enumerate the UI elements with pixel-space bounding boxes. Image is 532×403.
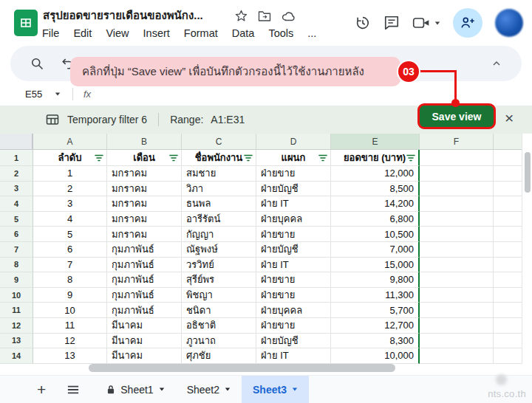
row-header-9[interactable]: 9 bbox=[0, 272, 33, 288]
row-header-1[interactable]: 1 bbox=[0, 150, 33, 166]
cell-C1[interactable]: ชื่อพนักงาน bbox=[182, 150, 256, 166]
column-header-E[interactable]: E bbox=[331, 134, 420, 150]
cell-A3[interactable]: 2 bbox=[33, 182, 107, 197]
cell-B12[interactable]: มีนาคม bbox=[107, 318, 182, 334]
cell-F6[interactable] bbox=[420, 227, 494, 242]
meet-camera-group[interactable] bbox=[412, 16, 440, 30]
column-header-B[interactable]: B bbox=[107, 134, 182, 150]
cell-F3[interactable] bbox=[420, 182, 494, 197]
cell-C2[interactable]: สมชาย bbox=[182, 166, 256, 182]
cell-F1[interactable] bbox=[420, 150, 494, 166]
cell-D7[interactable]: ฝ่ายบัญชี bbox=[256, 242, 331, 258]
menu-edit[interactable]: Edit bbox=[73, 27, 92, 39]
horizontal-scrollbar-thumb[interactable] bbox=[89, 364, 395, 372]
cell-E3[interactable]: 8,500 bbox=[331, 182, 420, 197]
vertical-scrollbar[interactable] bbox=[522, 134, 532, 364]
cell-B14[interactable]: มีนาคม bbox=[107, 348, 182, 364]
cell-C6[interactable]: กัญญา bbox=[182, 227, 256, 242]
cell-F8[interactable] bbox=[420, 258, 494, 273]
select-all-corner[interactable] bbox=[0, 134, 33, 150]
document-title[interactable]: สรุปยอดขายรายเดือนของพนักง... bbox=[43, 7, 203, 24]
cell-D12[interactable]: ฝ่ายขาย bbox=[256, 318, 331, 334]
filter-funnel-icon[interactable] bbox=[318, 154, 327, 162]
cell-C14[interactable]: ศุภชัย bbox=[182, 348, 256, 364]
sheet-tab-sheet2[interactable]: Sheet2 bbox=[176, 376, 242, 403]
move-folder-icon[interactable] bbox=[258, 10, 271, 22]
add-sheet-button[interactable]: + bbox=[37, 382, 46, 397]
sheet-tab-sheet1[interactable]: Sheet1 bbox=[95, 376, 175, 403]
row-header-6[interactable]: 6 bbox=[0, 227, 33, 242]
cell-partial[interactable] bbox=[494, 196, 522, 212]
cell-B13[interactable]: มีนาคม bbox=[107, 334, 182, 349]
cell-D2[interactable]: ฝ่ายขาย bbox=[256, 166, 331, 182]
cell-partial[interactable] bbox=[494, 242, 522, 258]
cell-D13[interactable]: ฝ่ายบัญชี bbox=[256, 334, 331, 349]
cell-B1[interactable]: เดือน bbox=[107, 150, 182, 166]
menu-format[interactable]: Format bbox=[184, 27, 218, 39]
menu-data[interactable]: Data bbox=[232, 27, 255, 39]
cell-D4[interactable]: ฝ่าย IT bbox=[256, 196, 331, 212]
cell-A12[interactable]: 11 bbox=[33, 318, 107, 334]
menu-insert[interactable]: Insert bbox=[143, 27, 170, 39]
menu-view[interactable]: View bbox=[106, 27, 129, 39]
cell-B3[interactable]: มกราคม bbox=[107, 182, 182, 197]
cell-B5[interactable]: มกราคม bbox=[107, 212, 182, 227]
filter-funnel-icon[interactable] bbox=[95, 154, 103, 162]
cell-partial[interactable] bbox=[494, 272, 522, 288]
cell-D6[interactable]: ฝ่ายขาย bbox=[256, 227, 331, 242]
filter-funnel-icon[interactable] bbox=[244, 154, 253, 162]
cell-F2[interactable] bbox=[420, 166, 494, 182]
row-header-8[interactable]: 8 bbox=[0, 258, 33, 273]
cell-C7[interactable]: ณัฐพงษ์ bbox=[182, 242, 256, 258]
cloud-status-icon[interactable] bbox=[282, 10, 296, 21]
cell-E4[interactable]: 14,200 bbox=[331, 196, 420, 212]
column-header-A[interactable]: A bbox=[33, 134, 107, 150]
row-header-14[interactable]: 14 bbox=[0, 348, 33, 364]
cell-B6[interactable]: มกราคม bbox=[107, 227, 182, 242]
cell-E7[interactable]: 7,000 bbox=[331, 242, 420, 258]
row-header-7[interactable]: 7 bbox=[0, 242, 33, 258]
cell-A4[interactable]: 3 bbox=[33, 196, 107, 212]
share-button[interactable] bbox=[453, 8, 482, 38]
history-icon[interactable] bbox=[355, 15, 371, 31]
cell-B9[interactable]: กุมภาพันธ์ bbox=[107, 272, 182, 288]
cell-partial[interactable] bbox=[494, 182, 522, 197]
cell-D5[interactable]: ฝ่ายบุคคล bbox=[256, 212, 331, 227]
cell-partial[interactable] bbox=[494, 227, 522, 242]
comments-icon[interactable] bbox=[383, 15, 400, 31]
cell-A14[interactable]: 13 bbox=[33, 348, 107, 364]
filter-name[interactable]: Temporary filter 6 bbox=[67, 114, 147, 125]
cell-F4[interactable] bbox=[420, 196, 494, 212]
row-header-13[interactable]: 13 bbox=[0, 334, 33, 349]
avatar[interactable] bbox=[495, 9, 523, 37]
cell-F12[interactable] bbox=[420, 318, 494, 334]
cell-B7[interactable]: กุมภาพันธ์ bbox=[107, 242, 182, 258]
cell-C4[interactable]: ธนพล bbox=[182, 196, 256, 212]
vertical-scrollbar-thumb[interactable] bbox=[525, 152, 531, 193]
cell-A13[interactable]: 12 bbox=[33, 334, 107, 349]
cell-E10[interactable]: 11,300 bbox=[331, 288, 420, 303]
cell-partial[interactable] bbox=[494, 348, 522, 364]
cell-E8[interactable]: 15,000 bbox=[331, 258, 420, 273]
cell-F13[interactable] bbox=[420, 334, 494, 349]
cell-C13[interactable]: ภูวนาถ bbox=[182, 334, 256, 349]
filter-funnel-icon[interactable] bbox=[406, 154, 415, 162]
row-header-5[interactable]: 5 bbox=[0, 212, 33, 227]
cell-A9[interactable]: 8 bbox=[33, 272, 107, 288]
cell-A7[interactable]: 6 bbox=[33, 242, 107, 258]
cell-partial[interactable] bbox=[494, 212, 522, 227]
cell-A5[interactable]: 4 bbox=[33, 212, 107, 227]
column-header-C[interactable]: C bbox=[182, 134, 256, 150]
cell-A11[interactable]: 10 bbox=[33, 303, 107, 318]
filter-funnel-icon[interactable] bbox=[169, 154, 178, 162]
cell-B8[interactable]: กุมภาพันธ์ bbox=[107, 258, 182, 273]
cell-B10[interactable]: กุมภาพันธ์ bbox=[107, 288, 182, 303]
cell-C9[interactable]: สุรีย์พร bbox=[182, 272, 256, 288]
cell-A6[interactable]: 5 bbox=[33, 227, 107, 242]
cell-partial[interactable] bbox=[494, 334, 522, 349]
cell-E11[interactable]: 5,700 bbox=[331, 303, 420, 318]
cell-F9[interactable] bbox=[420, 272, 494, 288]
cell-F7[interactable] bbox=[420, 242, 494, 258]
cell-D14[interactable]: ฝ่าย IT bbox=[256, 348, 331, 364]
cell-C11[interactable]: ชนิดา bbox=[182, 303, 256, 318]
